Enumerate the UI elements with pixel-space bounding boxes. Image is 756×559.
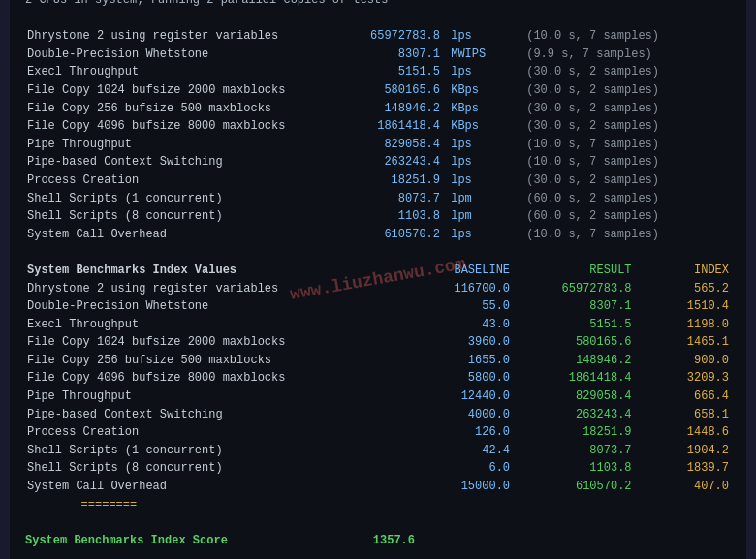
bench-row: File Copy 256 bufsize 500 maxblocks 1489… bbox=[25, 100, 731, 118]
index-row: Process Creation 126.0 18251.9 1448.6 bbox=[25, 423, 731, 442]
bench-row: Pipe Throughput 829058.4 lps (10.0 s, 7 … bbox=[25, 136, 731, 154]
index-result: 18251.9 bbox=[512, 423, 634, 442]
index-row: Pipe-based Context Switching 4000.0 2632… bbox=[25, 406, 731, 424]
index-row: Pipe Throughput 12440.0 829058.4 666.4 bbox=[25, 388, 731, 406]
index-label: Pipe-based Context Switching bbox=[25, 406, 402, 424]
blank4 bbox=[25, 549, 731, 559]
bench-value: 263243.4 bbox=[335, 153, 442, 171]
bench-value: 1861418.4 bbox=[335, 117, 442, 136]
bench-value: 1103.8 bbox=[335, 207, 442, 226]
index-result: 1861418.4 bbox=[512, 369, 634, 388]
blank1 bbox=[25, 10, 731, 28]
bench-unit: KBps bbox=[442, 117, 518, 136]
bench-value: 148946.2 bbox=[335, 100, 442, 118]
bench-row: Process Creation 18251.9 lps (30.0 s, 2 … bbox=[25, 171, 731, 190]
bench-unit: KBps bbox=[442, 100, 518, 118]
bench-row: Execl Throughput 5151.5 lps (30.0 s, 2 s… bbox=[25, 63, 731, 81]
bench-extra: (10.0 s, 7 samples) bbox=[518, 226, 731, 244]
bench-row: Shell Scripts (1 concurrent) 8073.7 lpm … bbox=[25, 190, 731, 208]
bench-value: 8307.1 bbox=[335, 46, 442, 64]
bench-value: 580165.6 bbox=[335, 81, 442, 100]
score-label: System Benchmarks Index Score bbox=[25, 532, 326, 550]
index-result: 65972783.8 bbox=[512, 280, 634, 298]
index-label: File Copy 1024 bufsize 2000 maxblocks bbox=[25, 333, 402, 352]
index-label: Pipe Throughput bbox=[25, 388, 402, 406]
score-row: System Benchmarks Index Score 1357.6 bbox=[25, 532, 731, 550]
bench-row: System Call Overhead 610570.2 lps (10.0 … bbox=[25, 226, 731, 244]
index-row: Dhrystone 2 using register variables 116… bbox=[25, 280, 731, 298]
index-result: 148946.2 bbox=[512, 352, 634, 370]
index-header-label: System Benchmarks Index Values bbox=[25, 262, 402, 280]
bench-label: File Copy 4096 bufsize 8000 maxblocks bbox=[25, 117, 335, 136]
index-index: 3209.3 bbox=[634, 369, 731, 388]
index-index: 1198.0 bbox=[634, 316, 731, 334]
index-result: 8073.7 bbox=[512, 442, 634, 460]
bench-unit: lps bbox=[442, 171, 518, 190]
index-label: Double-Precision Whetstone bbox=[25, 297, 402, 316]
bench-extra: (30.0 s, 2 samples) bbox=[518, 81, 731, 100]
bench-label: Shell Scripts (1 concurrent) bbox=[25, 190, 335, 208]
index-row: Double-Precision Whetstone 55.0 8307.1 1… bbox=[25, 297, 731, 316]
index-baseline: 5800.0 bbox=[402, 369, 512, 388]
index-row: System Call Overhead 15000.0 610570.2 40… bbox=[25, 478, 731, 496]
bench-label: Double-Precision Whetstone bbox=[25, 46, 335, 64]
equals-divider: ======== bbox=[25, 496, 731, 514]
index-result: 5151.5 bbox=[512, 316, 634, 334]
index-label: Process Creation bbox=[25, 423, 402, 442]
bench-label: System Call Overhead bbox=[25, 226, 335, 244]
index-header-result: RESULT bbox=[512, 262, 634, 280]
terminal-window: www.liuzhanwu.com ----------------------… bbox=[10, 0, 746, 559]
bench-unit: lps bbox=[442, 136, 518, 154]
bench-row: Double-Precision Whetstone 8307.1 MWIPS … bbox=[25, 46, 731, 64]
index-index: 900.0 bbox=[634, 352, 731, 370]
index-baseline: 1655.0 bbox=[402, 352, 512, 370]
index-baseline: 15000.0 bbox=[402, 478, 512, 496]
bench-value: 18251.9 bbox=[335, 171, 442, 190]
index-result: 580165.6 bbox=[512, 333, 634, 352]
bench-label: Pipe-based Context Switching bbox=[25, 153, 335, 171]
bench-unit: lpm bbox=[442, 207, 518, 226]
index-baseline: 3960.0 bbox=[402, 333, 512, 352]
index-row: Shell Scripts (1 concurrent) 42.4 8073.7… bbox=[25, 442, 731, 460]
index-baseline: 43.0 bbox=[402, 316, 512, 334]
index-label: Shell Scripts (1 concurrent) bbox=[25, 442, 402, 460]
bench-row: Dhrystone 2 using register variables 659… bbox=[25, 27, 731, 46]
bench-unit: MWIPS bbox=[442, 46, 518, 64]
bench-unit: lps bbox=[442, 226, 518, 244]
index-result: 610570.2 bbox=[512, 478, 634, 496]
bench-extra: (10.0 s, 7 samples) bbox=[518, 136, 731, 154]
bench-value: 5151.5 bbox=[335, 63, 442, 81]
bench-row: Shell Scripts (8 concurrent) 1103.8 lpm … bbox=[25, 207, 731, 226]
index-index: 658.1 bbox=[634, 406, 731, 424]
index-label: System Call Overhead bbox=[25, 478, 402, 496]
bench-row: File Copy 1024 bufsize 2000 maxblocks 58… bbox=[25, 81, 731, 100]
bench-extra: (60.0 s, 2 samples) bbox=[518, 190, 731, 208]
bench-row: Pipe-based Context Switching 263243.4 lp… bbox=[25, 153, 731, 171]
index-header-baseline: BASELINE bbox=[402, 262, 512, 280]
index-index: 1904.2 bbox=[634, 442, 731, 460]
bench-unit: KBps bbox=[442, 81, 518, 100]
bench-value: 8073.7 bbox=[335, 190, 442, 208]
bench-unit: lps bbox=[442, 63, 518, 81]
index-row: Shell Scripts (8 concurrent) 6.0 1103.8 … bbox=[25, 459, 731, 478]
blank2 bbox=[25, 243, 731, 262]
index-baseline: 6.0 bbox=[402, 459, 512, 478]
bench-label: Process Creation bbox=[25, 171, 335, 190]
bench-unit: lps bbox=[442, 153, 518, 171]
index-label: Shell Scripts (8 concurrent) bbox=[25, 459, 402, 478]
index-row: File Copy 4096 bufsize 8000 maxblocks 58… bbox=[25, 369, 731, 388]
bench-extra: (10.0 s, 7 samples) bbox=[518, 153, 731, 171]
index-row: File Copy 1024 bufsize 2000 maxblocks 39… bbox=[25, 333, 731, 352]
cpu-line: 2 CPUs in system; running 2 parallel cop… bbox=[25, 0, 731, 10]
index-baseline: 126.0 bbox=[402, 423, 512, 442]
bench-extra: (60.0 s, 2 samples) bbox=[518, 207, 731, 226]
index-baseline: 55.0 bbox=[402, 297, 512, 316]
bench-extra: (30.0 s, 2 samples) bbox=[518, 117, 731, 136]
index-index: 1448.6 bbox=[634, 423, 731, 442]
index-baseline: 116700.0 bbox=[402, 280, 512, 298]
bench-label: File Copy 1024 bufsize 2000 maxblocks bbox=[25, 81, 335, 100]
index-row: File Copy 256 bufsize 500 maxblocks 1655… bbox=[25, 352, 731, 370]
index-index: 565.2 bbox=[634, 280, 731, 298]
index-table: System Benchmarks Index Values BASELINE … bbox=[25, 262, 731, 496]
bench-label: Dhrystone 2 using register variables bbox=[25, 27, 335, 46]
